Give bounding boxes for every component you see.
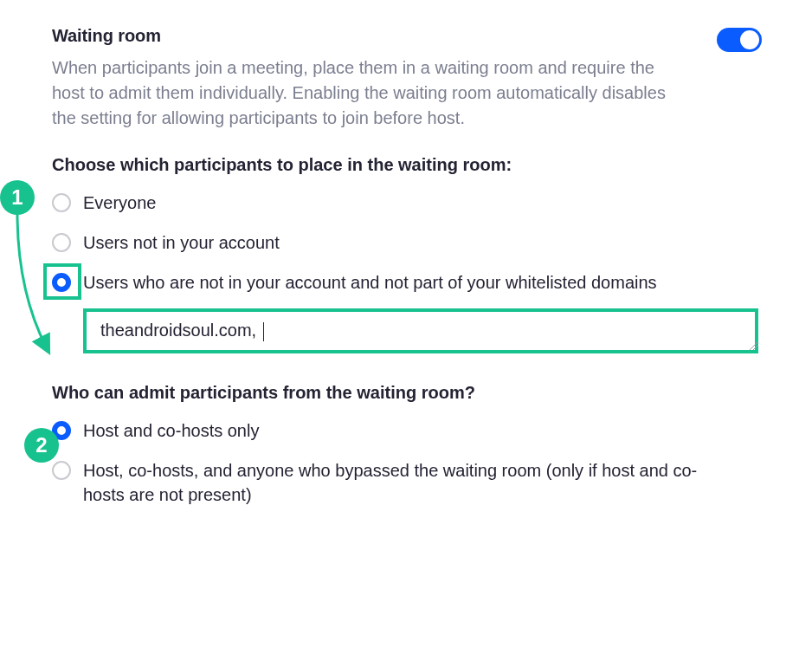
admit-heading: Who can admit participants from the wait… — [52, 383, 762, 403]
whitelist-domains-input[interactable]: theandroidsoul.com, — [83, 308, 758, 353]
radio-icon — [52, 233, 71, 252]
radio-icon — [52, 273, 71, 292]
placement-heading: Choose which participants to place in th… — [52, 155, 762, 175]
annotation-badge-1: 1 — [0, 180, 35, 215]
toggle-knob-icon — [740, 30, 759, 49]
text-caret-icon — [263, 322, 264, 341]
radio-row-everyone[interactable]: Everyone — [52, 191, 762, 215]
radio-label: Host, co-hosts, and anyone who bypassed … — [83, 458, 706, 507]
radio-label: Everyone — [83, 191, 157, 215]
radio-label: Users who are not in your account and no… — [83, 270, 657, 295]
radio-row-not-in-account[interactable]: Users not in your account — [52, 230, 762, 255]
radio-row-not-in-account-or-whitelist[interactable]: Users who are not in your account and no… — [52, 270, 762, 295]
waiting-room-description: When participants join a meeting, place … — [52, 55, 675, 131]
waiting-room-toggle[interactable] — [717, 28, 762, 52]
radio-row-host-and-bypassed[interactable]: Host, co-hosts, and anyone who bypassed … — [52, 458, 762, 507]
radio-icon — [52, 193, 71, 212]
radio-label: Users not in your account — [83, 230, 280, 255]
input-value: theandroidsoul.com, — [100, 321, 261, 340]
radio-icon — [52, 461, 71, 480]
annotation-badge-2: 2 — [24, 428, 59, 463]
waiting-room-title: Waiting room — [52, 26, 161, 46]
radio-label: Host and co-hosts only — [83, 418, 259, 443]
radio-row-host-only[interactable]: Host and co-hosts only — [52, 418, 762, 443]
